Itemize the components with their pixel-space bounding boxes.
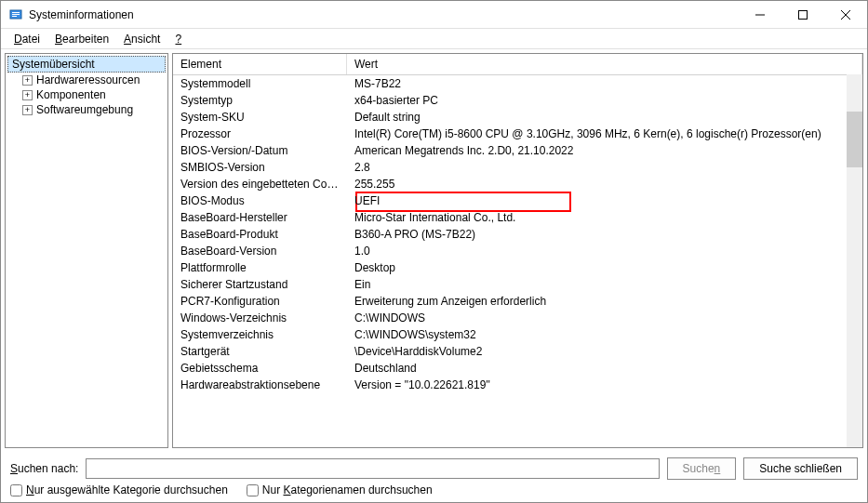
cell-value: UEFI [347, 192, 862, 209]
tree-item[interactable]: +Softwareumgebung [6, 102, 167, 117]
cell-value: Version = "10.0.22621.819" [347, 377, 862, 393]
cell-element: Gebietsschema [173, 360, 347, 377]
chk-selected-category[interactable]: Nur ausgewählte Kategorie durchsuchen [10, 483, 228, 496]
cell-value: Default string [347, 109, 862, 126]
list-row[interactable]: HardwareabstraktionsebeneVersion = "10.0… [173, 377, 862, 393]
list-row[interactable]: PlattformrolleDesktop [173, 259, 862, 276]
cell-element: Hardwareabstraktionsebene [173, 377, 347, 393]
list-row[interactable]: SystemmodellMS-7B22 [173, 75, 862, 92]
cell-element: Systemmodell [173, 75, 347, 92]
tree-panel: Systemübersicht +Hardwareressourcen+Komp… [5, 53, 168, 448]
scrollbar-thumb[interactable] [847, 112, 862, 167]
search-bar: Suchen nach: Suchen Suche schließen [1, 452, 867, 482]
cell-element: BIOS-Version/-Datum [173, 142, 347, 159]
list-row[interactable]: Systemtypx64-basierter PC [173, 92, 862, 109]
cell-value: 1.0 [347, 243, 862, 259]
list-row[interactable]: Version des eingebetteten Cont...255.255 [173, 176, 862, 192]
list-row[interactable]: ProzessorIntel(R) Core(TM) i5-8600 CPU @… [173, 126, 862, 142]
list-row[interactable]: Windows-VerzeichnisC:\WINDOWS [173, 310, 862, 326]
list-row[interactable]: SystemverzeichnisC:\WINDOWS\system32 [173, 326, 862, 343]
column-header-element[interactable]: Element [173, 54, 347, 74]
search-button[interactable]: Suchen [667, 457, 737, 480]
expand-icon[interactable]: + [22, 105, 33, 115]
chk-category-names[interactable]: Nur Kategorienamen durchsuchen [247, 483, 433, 496]
cell-value: Ein [347, 276, 862, 293]
tree-root-system-summary[interactable]: Systemübersicht [7, 56, 166, 73]
cell-value: Deutschland [347, 360, 862, 377]
tree-item-label: Softwareumgebung [36, 103, 133, 116]
tree-item-label: Hardwareressourcen [36, 73, 140, 86]
cell-element: Version des eingebetteten Cont... [173, 176, 347, 192]
cell-element: System-SKU [173, 109, 347, 126]
cell-element: PCR7-Konfiguration [173, 293, 347, 310]
svg-rect-5 [799, 10, 808, 19]
svg-rect-3 [12, 16, 17, 17]
cell-element: BIOS-Modus [173, 192, 347, 209]
cell-value: 255.255 [347, 176, 862, 192]
cell-element: Windows-Verzeichnis [173, 310, 347, 326]
cell-value: Erweiterung zum Anzeigen erforderlich [347, 293, 862, 310]
cell-element: Sicherer Startzustand [173, 276, 347, 293]
cell-element: BaseBoard-Version [173, 243, 347, 259]
svg-rect-2 [12, 14, 20, 15]
vertical-scrollbar[interactable] [847, 74, 862, 447]
system-information-window: Systeminformationen Datei Bearbeiten Ans… [0, 0, 868, 503]
search-label: Suchen nach: [10, 462, 78, 475]
cell-element: SMBIOS-Version [173, 159, 347, 176]
column-header-value[interactable]: Wert [347, 54, 862, 74]
menu-view[interactable]: Ansicht [116, 31, 167, 47]
cell-element: BaseBoard-Produkt [173, 226, 347, 243]
list-header: Element Wert [173, 54, 862, 75]
app-icon [8, 7, 23, 22]
cell-value: American Megatrends Inc. 2.D0, 21.10.202… [347, 142, 862, 159]
cell-element: Systemtyp [173, 92, 347, 109]
list-row[interactable]: BIOS-ModusUEFI [173, 192, 862, 209]
window-title: Systeminformationen [29, 8, 739, 21]
cell-value: B360-A PRO (MS-7B22) [347, 226, 862, 243]
list-row[interactable]: BIOS-Version/-DatumAmerican Megatrends I… [173, 142, 862, 159]
cell-element: BaseBoard-Hersteller [173, 209, 347, 226]
list-row[interactable]: BaseBoard-HerstellerMicro-Star Internati… [173, 209, 862, 226]
list-row[interactable]: BaseBoard-ProduktB360-A PRO (MS-7B22) [173, 226, 862, 243]
list-row[interactable]: System-SKUDefault string [173, 109, 862, 126]
cell-value: C:\WINDOWS\system32 [347, 326, 862, 343]
tree-item-label: Komponenten [36, 88, 106, 101]
menu-help[interactable]: ? [167, 31, 189, 47]
chk-category-names-box[interactable] [247, 484, 259, 496]
list-row[interactable]: Sicherer StartzustandEin [173, 276, 862, 293]
cell-value: x64-basierter PC [347, 92, 862, 109]
list-row[interactable]: SMBIOS-Version2.8 [173, 159, 862, 176]
cell-element: Prozessor [173, 126, 347, 142]
cell-element: Systemverzeichnis [173, 326, 347, 343]
details-list: Element Wert SystemmodellMS-7B22Systemty… [172, 53, 863, 448]
list-row[interactable]: BaseBoard-Version1.0 [173, 243, 862, 259]
search-input[interactable] [86, 458, 659, 479]
search-options: Nur ausgewählte Kategorie durchsuchen Nu… [1, 482, 867, 502]
cell-value: 2.8 [347, 159, 862, 176]
close-search-button[interactable]: Suche schließen [743, 457, 858, 480]
close-button[interactable] [824, 1, 867, 29]
menubar: Datei Bearbeiten Ansicht ? [1, 29, 867, 49]
cell-value: Intel(R) Core(TM) i5-8600 CPU @ 3.10GHz,… [347, 126, 862, 142]
menu-file[interactable]: Datei [7, 31, 47, 47]
cell-element: Plattformrolle [173, 259, 347, 276]
cell-value: MS-7B22 [347, 75, 862, 92]
tree-item[interactable]: +Hardwareressourcen [6, 73, 167, 87]
list-row[interactable]: PCR7-KonfigurationErweiterung zum Anzeig… [173, 293, 862, 310]
cell-value: \Device\HarddiskVolume2 [347, 343, 862, 360]
expand-icon[interactable]: + [22, 75, 33, 86]
cell-value: Micro-Star International Co., Ltd. [347, 209, 862, 226]
svg-rect-1 [12, 12, 20, 13]
cell-value: C:\WINDOWS [347, 310, 862, 326]
tree-item[interactable]: +Komponenten [6, 87, 167, 102]
menu-edit[interactable]: Bearbeiten [47, 31, 116, 47]
chk-selected-category-box[interactable] [10, 484, 22, 496]
maximize-button[interactable] [781, 1, 824, 29]
list-row[interactable]: GebietsschemaDeutschland [173, 360, 862, 377]
minimize-button[interactable] [739, 1, 781, 29]
cell-value: Desktop [347, 259, 862, 276]
cell-element: Startgerät [173, 343, 347, 360]
expand-icon[interactable]: + [22, 90, 33, 100]
titlebar: Systeminformationen [1, 1, 867, 29]
list-row[interactable]: Startgerät\Device\HarddiskVolume2 [173, 343, 862, 360]
